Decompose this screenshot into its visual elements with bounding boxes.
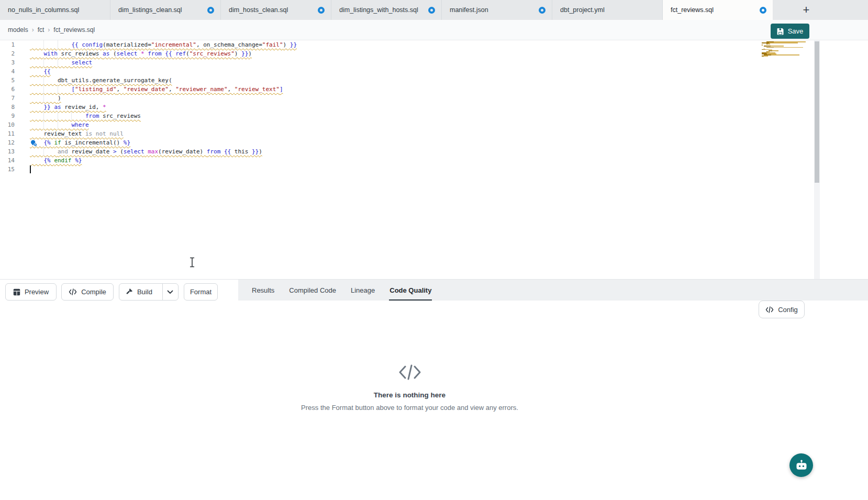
save-button[interactable]: Save xyxy=(771,24,809,39)
code-lines: 1 {{ config(materialized="incremental", … xyxy=(0,40,820,174)
editor-scrollbar[interactable] xyxy=(814,40,820,279)
chat-bot-icon xyxy=(795,460,808,471)
code-line[interactable]: 14 {% endif %} xyxy=(0,156,820,165)
code-line-content: review_text is not null xyxy=(23,129,124,138)
build-split-button: Build xyxy=(119,283,179,301)
preview-button[interactable]: Preview xyxy=(5,283,57,301)
text-cursor xyxy=(30,165,31,173)
code-line[interactable]: 12 {% if is_incremental() %} xyxy=(0,138,820,147)
indent-guide xyxy=(58,40,58,49)
line-number: 3 xyxy=(0,58,23,67)
compile-button[interactable]: Compile xyxy=(61,283,114,301)
file-tab[interactable]: dim_listings_clean.sql xyxy=(110,0,221,20)
file-tab[interactable]: fct_reviews.sql xyxy=(663,0,773,20)
indent-guide xyxy=(43,58,44,67)
config-button[interactable]: Config xyxy=(759,301,805,318)
indent-guide xyxy=(43,120,44,129)
code-line[interactable]: 2 with src_reviews as (select * from {{ … xyxy=(0,49,820,58)
config-button-label: Config xyxy=(778,306,798,314)
code-line[interactable]: 9 from src_reviews xyxy=(0,112,820,120)
format-button[interactable]: Format xyxy=(184,283,218,301)
minimap[interactable] xyxy=(758,41,810,64)
panel-tab-code-quality[interactable]: Code Quality xyxy=(382,280,439,301)
new-tab-button[interactable]: + xyxy=(797,0,815,20)
unsaved-dot-icon xyxy=(539,7,546,14)
code-line[interactable]: 1 {{ config(materialized="incremental", … xyxy=(0,40,820,49)
code-line[interactable]: 6 ["listing_id", "review_date", "reviewe… xyxy=(0,85,820,94)
build-dropdown-button[interactable] xyxy=(162,284,178,300)
file-tab-bar: no_nulls_in_columns.sqldim_listings_clea… xyxy=(0,0,868,20)
file-tab[interactable]: dim_listings_with_hosts.sql xyxy=(331,0,442,20)
code-line[interactable]: 5 dbt_utils.generate_surrogate_key( xyxy=(0,76,820,85)
file-tab-label: manifest.json xyxy=(450,6,535,14)
indent-guide xyxy=(43,76,44,85)
panel-tab-strip: ResultsCompiled CodeLineageCode Quality xyxy=(238,280,868,301)
indent-guide xyxy=(43,94,44,103)
editor-scrollbar-thumb[interactable] xyxy=(815,41,819,183)
save-floppy-icon xyxy=(777,28,784,35)
breadcrumb-item[interactable]: models xyxy=(8,26,28,34)
indent-guide xyxy=(58,120,58,129)
code-editor[interactable]: 1 {{ config(materialized="incremental", … xyxy=(0,40,820,279)
code-line-content: {% if is_incremental() %} xyxy=(23,138,130,147)
code-line-content: where xyxy=(23,120,89,129)
code-slash-icon xyxy=(398,363,422,381)
code-line[interactable]: 4 {{ xyxy=(0,67,820,76)
indent-guide xyxy=(58,58,58,67)
build-button-label: Build xyxy=(137,288,152,296)
indent-guide xyxy=(43,85,44,94)
indent-guide xyxy=(43,147,44,156)
save-button-label: Save xyxy=(788,27,804,35)
build-button[interactable]: Build xyxy=(119,284,158,300)
file-tab[interactable]: manifest.json xyxy=(442,0,552,20)
breadcrumb-bar: models›fct›fct_reviews.sql Save xyxy=(0,20,868,40)
line-number: 9 xyxy=(0,112,23,120)
panel-tab-lineage[interactable]: Lineage xyxy=(343,280,382,301)
grid-table-icon xyxy=(13,288,20,296)
line-number: 10 xyxy=(0,120,23,129)
code-line-content: {% endif %} xyxy=(23,156,82,165)
panel-tab-label: Lineage xyxy=(351,286,375,294)
breadcrumb-item[interactable]: fct xyxy=(38,26,44,34)
mouse-ibeam-cursor xyxy=(189,257,195,268)
code-line[interactable]: 7 ) xyxy=(0,94,820,103)
minimap-line-head xyxy=(766,47,774,48)
code-line[interactable]: 13 and review_date > (select max(review_… xyxy=(0,147,820,156)
file-tab-label: dim_listings_with_hosts.sql xyxy=(339,6,424,14)
hammer-icon xyxy=(125,288,133,296)
file-tab-label: no_nulls_in_columns.sql xyxy=(8,6,104,14)
line-number: 12 xyxy=(0,138,23,147)
code-line[interactable]: 3 select xyxy=(0,58,820,67)
file-tab[interactable]: dbt_project.yml xyxy=(552,0,663,20)
line-number: 7 xyxy=(0,94,23,103)
file-tab[interactable]: dim_hosts_clean.sql xyxy=(221,0,331,20)
unsaved-dot-icon xyxy=(428,7,435,14)
panel-tab-compiled-code[interactable]: Compiled Code xyxy=(282,280,343,301)
code-line-content: from src_reviews xyxy=(23,112,141,120)
code-line[interactable]: 10 where xyxy=(0,120,820,129)
empty-state-subtitle: Press the Format button above to format … xyxy=(0,404,819,412)
file-tab[interactable]: no_nulls_in_columns.sql xyxy=(0,0,110,20)
code-line[interactable]: 15 xyxy=(0,165,820,174)
config-code-icon xyxy=(765,306,774,313)
file-tab-label: fct_reviews.sql xyxy=(671,6,755,14)
code-line-content xyxy=(23,165,30,174)
file-tab-label: dim_listings_clean.sql xyxy=(118,6,203,14)
indent-guide xyxy=(58,85,58,94)
line-number: 5 xyxy=(0,76,23,85)
chevron-down-icon xyxy=(167,290,173,294)
breadcrumb-separator: › xyxy=(48,26,50,34)
code-line[interactable]: 11 review_text is not null xyxy=(0,129,820,138)
panel-tab-label: Compiled Code xyxy=(289,286,336,294)
line-number: 13 xyxy=(0,147,23,156)
panel-tab-results[interactable]: Results xyxy=(244,280,282,301)
code-line-content: and review_date > (select max(review_dat… xyxy=(23,147,262,156)
breadcrumb-item[interactable]: fct_reviews.sql xyxy=(53,26,95,34)
indent-guide xyxy=(58,112,58,120)
code-line[interactable]: 8 }} as review_id, * xyxy=(0,103,820,112)
panel-tab-label: Code Quality xyxy=(390,286,431,294)
format-button-label: Format xyxy=(190,288,212,296)
chat-assistant-fab[interactable] xyxy=(789,453,813,477)
code-brackets-icon xyxy=(69,288,77,295)
line-number: 2 xyxy=(0,49,23,58)
